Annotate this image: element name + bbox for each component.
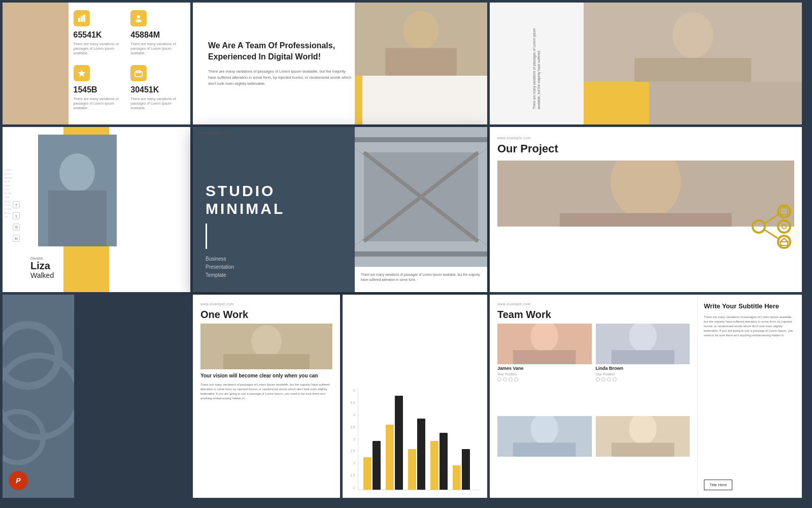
slide-stats-photo bbox=[3, 3, 69, 124]
mr-share-icon bbox=[749, 201, 794, 254]
stats-grid: 65541K There are many variations of pass… bbox=[69, 3, 191, 124]
dot-4 bbox=[613, 377, 617, 382]
instagram-icon[interactable]: ◎ bbox=[13, 224, 20, 231]
stat-2-desc: There are many variations of passages of… bbox=[130, 42, 185, 55]
br-sub-button[interactable]: Title Here bbox=[704, 480, 732, 490]
stat-2-number: 45884M bbox=[130, 30, 185, 40]
team-member-2-dots bbox=[596, 377, 690, 382]
br-sub-heading: Write Your Subtitle Here bbox=[704, 302, 796, 311]
stat-1: 65541K There are many variations of pass… bbox=[74, 10, 128, 62]
bar-2-black bbox=[395, 396, 403, 490]
svg-marker-10 bbox=[78, 70, 86, 77]
tc-photo-bot bbox=[355, 76, 487, 124]
svg-line-37 bbox=[764, 230, 779, 239]
tr-yellow-block bbox=[584, 82, 649, 124]
slide-team-work: www.example.com Team Work James Vane You… bbox=[490, 295, 698, 498]
twitter-icon[interactable]: t bbox=[13, 212, 20, 219]
dot-3 bbox=[607, 377, 611, 382]
slide-stats: 65541K There are many variations of pass… bbox=[3, 3, 190, 124]
team-member-4 bbox=[596, 416, 690, 490]
mc-title-line1: STUDIO bbox=[206, 182, 342, 200]
mc-url: www.example.com bbox=[198, 131, 231, 135]
bar-3-black bbox=[417, 419, 425, 490]
stat-3-desc: There are many variations of passages of… bbox=[74, 97, 128, 110]
mc-title: STUDIO MINIMAL bbox=[206, 182, 342, 217]
team-member-2-name: Linda Brown bbox=[596, 366, 690, 371]
tr-photo-secondary bbox=[649, 82, 802, 124]
ml-social-icons: f t ◎ in bbox=[13, 201, 20, 242]
svg-rect-6 bbox=[81, 16, 83, 22]
bar-4-black bbox=[439, 433, 448, 490]
bc1-title: One Work bbox=[200, 309, 332, 321]
bar-1-yellow bbox=[363, 457, 371, 490]
mc-title-line2: MINIMAL bbox=[206, 200, 342, 218]
br-team-title: Team Work bbox=[497, 309, 690, 321]
slide-one-work: www.example.com One Work Your vision wil… bbox=[193, 295, 340, 498]
stat-4-icon bbox=[130, 65, 147, 81]
svg-rect-60 bbox=[513, 442, 576, 457]
svg-rect-4 bbox=[43, 79, 61, 109]
bar-group-1 bbox=[363, 441, 381, 490]
svg-rect-51 bbox=[223, 354, 310, 369]
mr-title: Our Project bbox=[497, 142, 794, 155]
svg-point-42 bbox=[778, 220, 790, 233]
svg-point-9 bbox=[136, 19, 142, 22]
svg-point-50 bbox=[251, 325, 282, 358]
slide-chart: 5 4.5 4 3.5 3 2.5 2 1.5 1 bbox=[343, 295, 487, 498]
slide-bottom-center: www.example.com One Work Your vision wil… bbox=[193, 295, 487, 498]
team-member-1-name: James Vane bbox=[497, 366, 592, 371]
slide-profile: Lorem Ipsum alteration in some form, by … bbox=[3, 127, 190, 292]
tr-photo-area bbox=[584, 3, 802, 124]
slide-dark: P bbox=[3, 295, 190, 498]
team-photo-1 bbox=[497, 324, 592, 364]
bar-3-yellow bbox=[408, 449, 416, 490]
bar-2-yellow bbox=[386, 425, 394, 490]
svg-point-8 bbox=[137, 15, 140, 18]
team-photo-4 bbox=[596, 416, 690, 457]
bar-group-4 bbox=[430, 433, 448, 490]
slide-bottom-right: www.example.com Team Work James Vane You… bbox=[490, 295, 802, 498]
ml-person-name: Liza bbox=[30, 260, 54, 271]
bc1-url: www.example.com bbox=[200, 302, 332, 306]
bar-group-5 bbox=[453, 449, 470, 490]
tr-photo-main bbox=[584, 3, 802, 88]
tc-photos bbox=[355, 3, 487, 124]
slide-write-subtitle: Write Your Subtitle Here There are many … bbox=[698, 295, 802, 498]
linkedin-icon[interactable]: in bbox=[13, 235, 20, 242]
slide-our-project: www.example.com Our Project bbox=[490, 127, 802, 292]
mc-right-panel: There are many variations of passages of… bbox=[355, 127, 487, 292]
stat-4: 30451K There are many variations of pass… bbox=[130, 65, 185, 117]
svg-point-33 bbox=[753, 220, 765, 233]
tr-text-column: There are many variations of passages of… bbox=[490, 3, 584, 124]
svg-rect-63 bbox=[611, 442, 674, 457]
svg-rect-54 bbox=[513, 350, 576, 364]
svg-point-21 bbox=[59, 153, 95, 192]
team-member-1: James Vane Your Position bbox=[497, 324, 592, 412]
team-member-3 bbox=[497, 416, 592, 490]
stat-3-icon bbox=[74, 65, 90, 81]
stat-1-icon bbox=[74, 10, 90, 26]
team-photo-3 bbox=[497, 416, 592, 457]
team-member-1-dots bbox=[497, 377, 592, 382]
svg-point-1 bbox=[24, 36, 47, 61]
stat-1-number: 65541K bbox=[74, 30, 128, 40]
svg-line-36 bbox=[764, 214, 779, 224]
team-member-2: Linda Brown Your Position bbox=[596, 324, 690, 412]
slide-featured: www.example.com STUDIO MINIMAL BusinessP… bbox=[193, 127, 487, 292]
bar-5-yellow bbox=[453, 465, 461, 490]
stat-1-desc: There are many variations of passages of… bbox=[74, 42, 128, 55]
svg-rect-22 bbox=[48, 190, 107, 246]
svg-rect-57 bbox=[611, 350, 674, 364]
facebook-icon[interactable]: f bbox=[13, 201, 20, 208]
svg-rect-3 bbox=[10, 89, 28, 109]
stat-3: 1545B There are many variations of passa… bbox=[74, 65, 128, 117]
stat-4-number: 30451K bbox=[130, 85, 185, 94]
br-sub-text: There are many variations of passages of… bbox=[704, 315, 796, 475]
svg-rect-15 bbox=[385, 48, 457, 76]
team-member-2-pos: Your Position bbox=[596, 372, 690, 376]
svg-rect-2 bbox=[20, 61, 51, 109]
dot-1 bbox=[497, 377, 501, 382]
tc-photo-top bbox=[355, 3, 487, 76]
stat-4-desc: There are many variations of passages of… bbox=[130, 97, 185, 110]
mc-photo bbox=[355, 127, 487, 267]
